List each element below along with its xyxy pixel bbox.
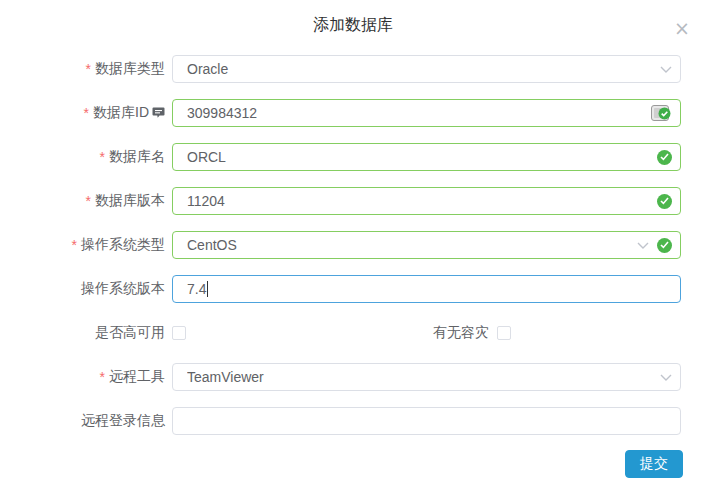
- extension-autofill-check-icon[interactable]: [651, 105, 672, 122]
- os-version-input[interactable]: 7.4: [172, 275, 681, 303]
- dr-label-text: 有无容灾: [433, 324, 489, 342]
- submit-button[interactable]: 提交: [625, 450, 683, 478]
- db-version-label: * 数据库版本: [0, 192, 165, 210]
- dialog-title: 添加数据库: [0, 17, 706, 33]
- dialog-footer: 提交: [0, 450, 706, 478]
- required-asterisk: *: [84, 105, 89, 121]
- os-type-value: CentOS: [187, 237, 631, 253]
- text-caret: [207, 281, 208, 297]
- ha-checkbox[interactable]: [172, 326, 186, 340]
- os-type-label: * 操作系统类型: [0, 236, 165, 254]
- db-id-input[interactable]: 309984312: [172, 99, 681, 127]
- success-check-icon: [657, 150, 672, 165]
- required-asterisk: *: [86, 61, 91, 77]
- tooltip-bubble-icon[interactable]: [152, 107, 165, 119]
- required-asterisk: *: [100, 369, 105, 385]
- os-type-select[interactable]: CentOS: [172, 231, 681, 259]
- form-row-os-type: * 操作系统类型 CentOS: [0, 230, 706, 260]
- os-type-label-text: 操作系统类型: [81, 236, 165, 254]
- db-name-label: * 数据库名: [0, 148, 165, 166]
- form-row-checkboxes: 是否高可用 有无容灾: [0, 318, 706, 348]
- db-version-input[interactable]: 11204: [172, 187, 681, 215]
- form-row-remote-login-info: 远程登录信息: [0, 406, 706, 436]
- remote-tool-label: * 远程工具: [0, 368, 165, 386]
- db-name-input[interactable]: ORCL: [172, 143, 681, 171]
- success-check-icon: [657, 238, 672, 253]
- checkbox-controls: 有无容灾: [172, 324, 681, 342]
- form-row-db-id: * 数据库ID 309984312: [0, 98, 706, 128]
- form-row-db-version: * 数据库版本 11204: [0, 186, 706, 216]
- remote-login-info-input[interactable]: [172, 407, 681, 435]
- os-version-label: 操作系统版本: [0, 280, 165, 298]
- os-version-label-text: 操作系统版本: [81, 280, 165, 298]
- db-id-label: * 数据库ID: [0, 104, 165, 122]
- required-asterisk: *: [100, 149, 105, 165]
- close-icon[interactable]: ×: [672, 18, 692, 38]
- add-database-form: * 数据库类型 Oracle * 数据库ID 309984312: [0, 54, 706, 478]
- remote-login-info-label-text: 远程登录信息: [81, 412, 165, 430]
- db-version-value: 11204: [187, 193, 649, 209]
- required-asterisk: *: [72, 237, 77, 253]
- form-row-db-name: * 数据库名 ORCL: [0, 142, 706, 172]
- db-id-value: 309984312: [187, 105, 645, 121]
- db-type-label-text: 数据库类型: [95, 60, 165, 78]
- dr-checkbox[interactable]: [497, 326, 511, 340]
- chevron-down-icon: [660, 66, 672, 73]
- db-type-select[interactable]: Oracle: [172, 55, 681, 83]
- required-asterisk: *: [86, 193, 91, 209]
- chevron-down-icon: [660, 374, 672, 381]
- remote-login-info-label: 远程登录信息: [0, 412, 165, 430]
- remote-tool-label-text: 远程工具: [109, 368, 165, 386]
- os-version-value: 7.4: [187, 281, 672, 297]
- form-row-os-version: 操作系统版本 7.4: [0, 274, 706, 304]
- ha-label-text: 是否高可用: [95, 324, 165, 342]
- db-name-label-text: 数据库名: [109, 148, 165, 166]
- dr-checkbox-group: 有无容灾: [433, 324, 511, 342]
- success-check-icon: [657, 194, 672, 209]
- db-name-value: ORCL: [187, 149, 649, 165]
- remote-tool-value: TeamViewer: [187, 369, 654, 385]
- db-type-label: * 数据库类型: [0, 60, 165, 78]
- chevron-down-icon: [637, 242, 649, 249]
- db-type-value: Oracle: [187, 61, 654, 77]
- form-row-db-type: * 数据库类型 Oracle: [0, 54, 706, 84]
- db-id-label-text: 数据库ID: [93, 104, 149, 122]
- ha-label: 是否高可用: [0, 324, 165, 342]
- remote-tool-select[interactable]: TeamViewer: [172, 363, 681, 391]
- ha-checkbox-group: [172, 326, 186, 340]
- form-row-remote-tool: * 远程工具 TeamViewer: [0, 362, 706, 392]
- db-version-label-text: 数据库版本: [95, 192, 165, 210]
